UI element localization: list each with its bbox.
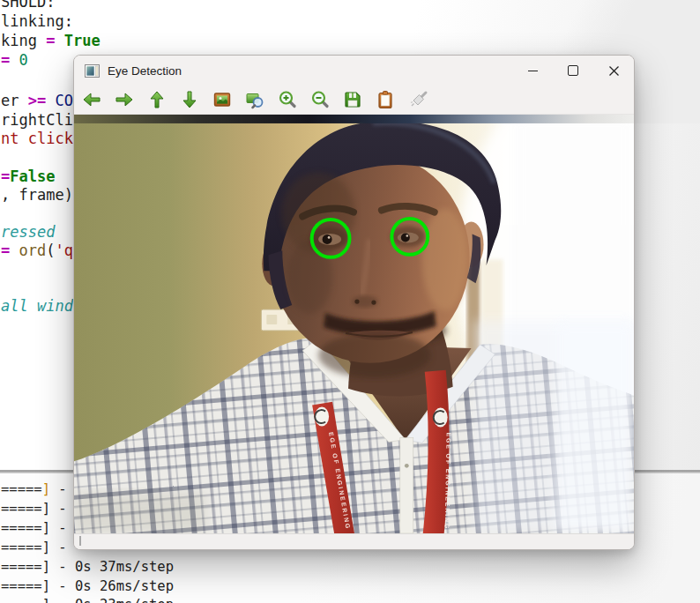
- forward-button[interactable]: [111, 87, 138, 112]
- code-line: , frame): [1, 185, 73, 205]
- title-bar[interactable]: Eye Detection: [74, 56, 634, 86]
- save-button[interactable]: [339, 87, 366, 112]
- minimize-button[interactable]: [512, 56, 553, 86]
- toolbar: [74, 86, 634, 115]
- code-line: all wind: [1, 296, 73, 316]
- code-line: rightClic: [1, 110, 82, 130]
- status-bar: [74, 533, 634, 549]
- window-icon: [85, 64, 100, 78]
- code-line: SHOLD:: [1, 0, 55, 11]
- save-floppy-icon: [342, 89, 363, 110]
- forward-arrow-icon: [114, 89, 135, 110]
- webcam-frame: EGE OF ENGINEERING EGE OF ENGINEERING: [74, 115, 634, 533]
- maximize-icon: [568, 65, 578, 76]
- maximize-button[interactable]: [553, 56, 593, 86]
- terminal-line: =====] - 0s 26ms/step: [1, 577, 174, 597]
- down-arrow-icon: [179, 89, 200, 110]
- copy-clipboard-button[interactable]: [372, 87, 398, 112]
- image-magnifier-icon: [244, 89, 265, 110]
- code-line: er >= CON: [1, 91, 82, 110]
- code-line: linking:: [1, 11, 73, 31]
- save-image-button[interactable]: [209, 87, 235, 112]
- caption-buttons: [512, 56, 634, 86]
- code-line: = ord('q': [1, 241, 82, 260]
- code-line: ressed: [1, 222, 55, 242]
- zoom-in-button[interactable]: [274, 87, 301, 112]
- brush-icon: [407, 89, 428, 110]
- back-arrow-icon: [81, 89, 102, 110]
- zoom-out-button[interactable]: [307, 87, 333, 112]
- up-button[interactable]: [144, 87, 170, 112]
- clipboard-icon: [375, 89, 396, 110]
- terminal-line: =====] - 0s 23ms/step: [1, 596, 174, 603]
- close-button[interactable]: [593, 56, 634, 86]
- zoom-to-window-button[interactable]: [242, 87, 268, 112]
- minimize-icon: [528, 71, 538, 71]
- close-icon: [608, 65, 620, 77]
- zoom-in-icon: [277, 89, 298, 110]
- down-button[interactable]: [176, 87, 203, 112]
- code-line: =False: [1, 167, 55, 186]
- camera-view[interactable]: EGE OF ENGINEERING EGE OF ENGINEERING: [74, 115, 634, 533]
- zoom-out-icon: [309, 89, 331, 110]
- window-title: Eye Detection: [108, 64, 512, 78]
- clean-button[interactable]: [405, 87, 431, 112]
- image-icon: [212, 89, 233, 110]
- code-line: = 0: [1, 50, 28, 70]
- terminal-line: =====] - 0s 37ms/step: [1, 558, 174, 577]
- status-cursor: [79, 536, 81, 546]
- back-button[interactable]: [78, 87, 105, 112]
- code-line: king = True: [1, 31, 101, 50]
- eye-detection-window: Eye Detection: [73, 55, 635, 550]
- code-line: nt click": [1, 129, 82, 148]
- up-arrow-icon: [146, 89, 168, 110]
